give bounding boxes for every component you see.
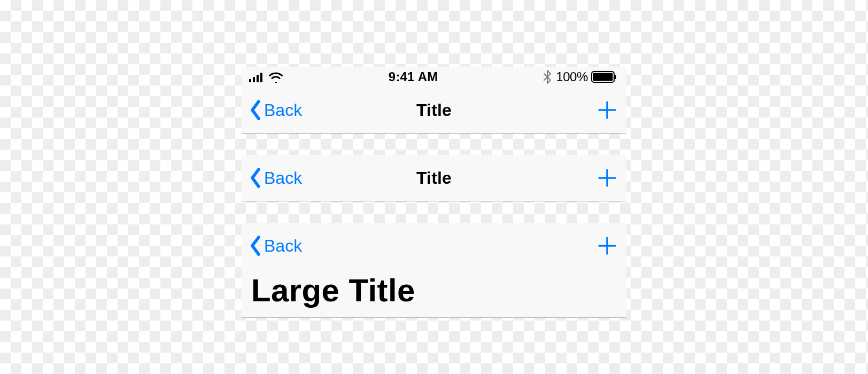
status-right: 100% [543,69,617,84]
back-button[interactable]: Back [249,236,302,256]
status-bar: 9:41 AM 100% [242,67,626,87]
status-time: 9:41 AM [389,69,438,84]
large-title: Large Title [251,272,617,309]
status-center: 9:41 AM [283,69,543,84]
back-label: Back [264,236,302,256]
nav-left: Back [249,100,329,120]
back-button[interactable]: Back [249,168,302,188]
nav-left: Back [249,168,329,188]
svg-rect-1 [253,77,255,82]
svg-rect-2 [257,75,259,82]
large-title-navbar-panel: Back Large Title [242,223,626,318]
nav-right [539,98,619,122]
svg-rect-3 [260,73,262,82]
navigation-bar: Back Title [242,155,626,201]
back-label: Back [264,100,302,120]
navbar-panel: Back Title [242,155,626,201]
svg-rect-0 [249,79,251,82]
svg-rect-5 [593,73,613,81]
battery-percent: 100% [556,69,588,84]
plus-icon [598,236,617,255]
cellular-signal-icon [249,72,265,82]
plus-icon [598,100,617,120]
battery-icon [591,71,617,83]
add-button[interactable] [595,234,619,258]
add-button[interactable] [595,166,619,190]
navigation-bar: Back Title [242,87,626,133]
nav-right [539,166,619,190]
nav-title: Title [329,100,539,120]
bluetooth-icon [543,70,552,84]
back-button[interactable]: Back [249,100,302,120]
chevron-back-icon [249,236,262,256]
wifi-icon [268,71,283,83]
chevron-back-icon [249,168,262,188]
plus-icon [598,168,617,188]
nav-right [539,234,619,258]
svg-rect-6 [615,75,616,79]
nav-left: Back [249,236,329,256]
large-title-row: Large Title [242,269,626,317]
nav-title: Title [329,168,539,188]
chevron-back-icon [249,100,262,120]
status-left [249,71,283,83]
back-label: Back [264,168,302,188]
examples-stage: 9:41 AM 100% [242,67,626,318]
add-button[interactable] [595,98,619,122]
navbar-with-status-panel: 9:41 AM 100% [242,67,626,134]
navigation-bar: Back [242,223,626,269]
